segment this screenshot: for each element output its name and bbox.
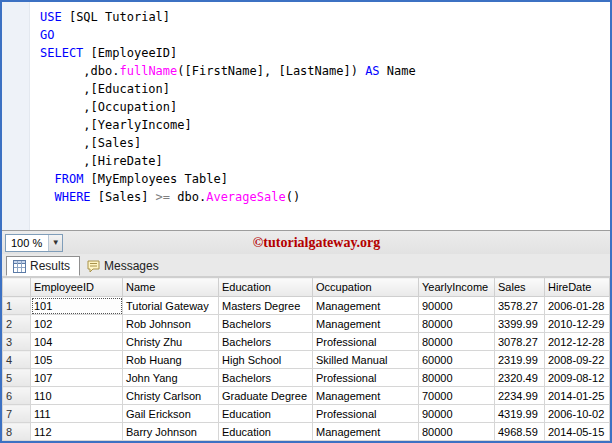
grid-cell[interactable]: Skilled Manual: [313, 351, 419, 369]
grid-cell[interactable]: Professional: [313, 369, 419, 387]
grid-cell[interactable]: 3399.99: [495, 315, 545, 333]
row-number[interactable]: 8: [3, 423, 31, 441]
results-grid: EmployeeIDNameEducationOccupationYearlyI…: [2, 277, 610, 441]
code-line: ,dbo.fullName([FirstName], [LastName]) A…: [40, 62, 610, 80]
grid-cell[interactable]: Masters Degree: [219, 297, 313, 315]
grid-cell[interactable]: Christy Zhu: [123, 333, 219, 351]
grid-cell[interactable]: 60000: [419, 351, 495, 369]
grid-cell[interactable]: Bachelors: [219, 333, 313, 351]
grid-cell[interactable]: 2014-01-25: [545, 387, 610, 405]
sql-code[interactable]: USE [SQL Tutorial]GOSELECT [EmployeeID] …: [30, 2, 610, 230]
grid-cell[interactable]: 107: [31, 369, 123, 387]
grid-cell[interactable]: Gail Erickson: [123, 405, 219, 423]
tab-label: Messages: [104, 259, 159, 273]
tab-messages[interactable]: Messages: [80, 256, 169, 276]
table-row: 7111Gail EricksonEducationProfessional90…: [3, 405, 610, 423]
grid-cell[interactable]: 105: [31, 351, 123, 369]
ssms-window: USE [SQL Tutorial]GOSELECT [EmployeeID] …: [0, 0, 612, 443]
grid-cell[interactable]: Rob Johnson: [123, 315, 219, 333]
grid-cell[interactable]: Education: [219, 423, 313, 441]
watermark-text: ©tutorialgateway.org: [63, 235, 610, 251]
grid-cell[interactable]: Rob Huang: [123, 351, 219, 369]
editor-gutter: [2, 2, 30, 230]
code-line: SELECT [EmployeeID]: [40, 44, 610, 62]
grid-cell[interactable]: 2012-12-28: [545, 333, 610, 351]
grid-cell[interactable]: Christy Carlson: [123, 387, 219, 405]
grid-cell[interactable]: Management: [313, 423, 419, 441]
grid-cell[interactable]: 3578.27: [495, 297, 545, 315]
grid-cell[interactable]: 2006-01-28: [545, 297, 610, 315]
grid-cell[interactable]: Professional: [313, 333, 419, 351]
grid-cell[interactable]: 90000: [419, 405, 495, 423]
table-row: 3104Christy ZhuBachelorsProfessional8000…: [3, 333, 610, 351]
grid-cell[interactable]: 2320.49: [495, 369, 545, 387]
grid-cell[interactable]: 2014-05-15: [545, 423, 610, 441]
grid-cell[interactable]: 2009-08-12: [545, 369, 610, 387]
grid-cell[interactable]: Management: [313, 315, 419, 333]
grid-cell[interactable]: Management: [313, 297, 419, 315]
grid-cell[interactable]: 111: [31, 405, 123, 423]
grid-cell[interactable]: Graduate Degree: [219, 387, 313, 405]
zoom-control[interactable]: 100 % ▼: [5, 234, 63, 252]
table-row: 8112Barry JohnsonEducationManagement8000…: [3, 423, 610, 441]
row-number[interactable]: 2: [3, 315, 31, 333]
tab-results[interactable]: Results: [6, 256, 80, 276]
grid-cell[interactable]: 101: [31, 297, 123, 315]
grid-cell[interactable]: 4319.99: [495, 405, 545, 423]
table-row: 5107John YangBachelorsProfessional800002…: [3, 369, 610, 387]
grid-cell[interactable]: 112: [31, 423, 123, 441]
row-number[interactable]: 4: [3, 351, 31, 369]
grid-cell[interactable]: Education: [219, 405, 313, 423]
row-number[interactable]: 5: [3, 369, 31, 387]
grid-cell[interactable]: John Yang: [123, 369, 219, 387]
code-line: USE [SQL Tutorial]: [40, 8, 610, 26]
grid-cell[interactable]: Bachelors: [219, 369, 313, 387]
code-line: ,[Occupation]: [40, 98, 610, 116]
grid-cell[interactable]: 104: [31, 333, 123, 351]
sql-editor[interactable]: USE [SQL Tutorial]GOSELECT [EmployeeID] …: [2, 2, 610, 230]
grid-cell[interactable]: Tutorial Gateway: [123, 297, 219, 315]
grid-cell[interactable]: 80000: [419, 423, 495, 441]
table-row: 4105Rob HuangHigh SchoolSkilled Manual60…: [3, 351, 610, 369]
grid-cell[interactable]: High School: [219, 351, 313, 369]
grid-cell[interactable]: Professional: [313, 405, 419, 423]
grid-cell[interactable]: 80000: [419, 315, 495, 333]
column-header-hiredate[interactable]: HireDate: [545, 278, 610, 297]
grid-cell[interactable]: 2319.99: [495, 351, 545, 369]
column-header-occupation[interactable]: Occupation: [313, 278, 419, 297]
results-grid-icon: [13, 260, 26, 273]
column-header-employeeid[interactable]: EmployeeID: [31, 278, 123, 297]
grid-cell[interactable]: 110: [31, 387, 123, 405]
table-row: 2102Rob JohnsonBachelorsManagement800003…: [3, 315, 610, 333]
row-number[interactable]: 7: [3, 405, 31, 423]
results-table: EmployeeIDNameEducationOccupationYearlyI…: [2, 277, 610, 441]
column-header-education[interactable]: Education: [219, 278, 313, 297]
column-header-sales[interactable]: Sales: [495, 278, 545, 297]
grid-cell[interactable]: 2234.99: [495, 387, 545, 405]
row-number[interactable]: 6: [3, 387, 31, 405]
grid-cell[interactable]: Management: [313, 387, 419, 405]
grid-cell[interactable]: 80000: [419, 333, 495, 351]
grid-cell[interactable]: 2006-10-02: [545, 405, 610, 423]
code-line: FROM [MyEmployees Table]: [40, 170, 610, 188]
grid-cell[interactable]: 3078.27: [495, 333, 545, 351]
grid-cell[interactable]: 80000: [419, 369, 495, 387]
grid-header-row: EmployeeIDNameEducationOccupationYearlyI…: [3, 278, 610, 297]
grid-cell[interactable]: 102: [31, 315, 123, 333]
grid-cell[interactable]: 2008-09-22: [545, 351, 610, 369]
grid-corner-cell[interactable]: [3, 278, 31, 297]
table-row: 6110Christy CarlsonGraduate DegreeManage…: [3, 387, 610, 405]
grid-cell[interactable]: Bachelors: [219, 315, 313, 333]
code-line: ,[Education]: [40, 80, 610, 98]
table-row: 1101Tutorial GatewayMasters DegreeManage…: [3, 297, 610, 315]
zoom-dropdown-arrow-icon[interactable]: ▼: [48, 235, 62, 251]
row-number[interactable]: 1: [3, 297, 31, 315]
row-number[interactable]: 3: [3, 333, 31, 351]
column-header-yearlyincome[interactable]: YearlyIncome: [419, 278, 495, 297]
grid-cell[interactable]: Barry Johnson: [123, 423, 219, 441]
grid-cell[interactable]: 70000: [419, 387, 495, 405]
grid-cell[interactable]: 2010-12-29: [545, 315, 610, 333]
grid-cell[interactable]: 4968.59: [495, 423, 545, 441]
column-header-name[interactable]: Name: [123, 278, 219, 297]
grid-cell[interactable]: 90000: [419, 297, 495, 315]
